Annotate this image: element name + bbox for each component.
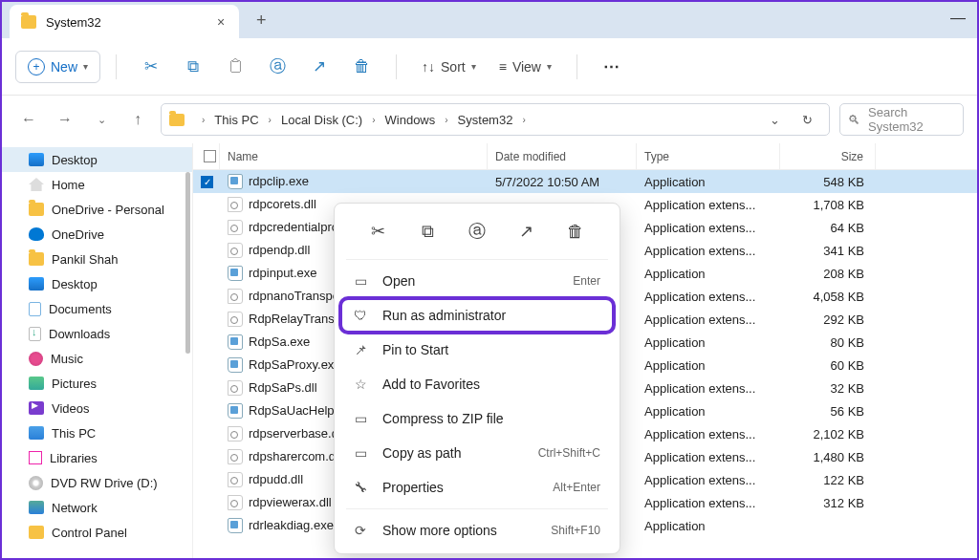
dll-icon [228, 380, 243, 396]
sidebar-item-home[interactable]: Home [2, 172, 192, 197]
pc-icon [29, 426, 44, 440]
crumb-windows[interactable]: Windows [385, 113, 436, 127]
minimize-button[interactable]: — [950, 10, 966, 27]
titlebar: System32 × + — [2, 2, 977, 38]
ctx-open[interactable]: ▭OpenEnter [340, 264, 614, 298]
delete-icon[interactable]: 🗑︎ [559, 215, 592, 248]
exe-icon [228, 403, 243, 419]
cut-icon[interactable]: ✂ [132, 48, 170, 86]
crumb-system32[interactable]: System32 [458, 113, 513, 127]
col-size[interactable]: Size [780, 143, 876, 169]
back-button[interactable]: ← [15, 106, 42, 133]
download-icon [29, 327, 41, 341]
share-icon[interactable]: ↗ [300, 48, 338, 86]
file-size: 64 KB [780, 221, 876, 235]
sidebar-item-desktop[interactable]: Desktop [2, 271, 192, 296]
sidebar-item-pictures[interactable]: Pictures [2, 371, 192, 396]
chevron-right-icon: › [196, 115, 210, 125]
crumb-localdisk[interactable]: Local Disk (C:) [281, 113, 362, 127]
sidebar-item-videos[interactable]: Videos [2, 396, 192, 420]
refresh-button[interactable]: ↻ [793, 113, 821, 127]
search-placeholder: Search System32 [868, 105, 955, 134]
ctx-add-to-favorites[interactable]: ☆Add to Favorites [340, 367, 614, 401]
file-row[interactable]: ✓ rdpclip.exe 5/7/2022 10:50 AM Applicat… [193, 170, 977, 193]
sidebar-item-this-pc[interactable]: This PC [2, 420, 192, 445]
ctx-pin-to-start[interactable]: 📌︎Pin to Start [340, 333, 614, 367]
shortcut-label: Shift+F10 [551, 524, 600, 537]
sidebar-item-desktop[interactable]: Desktop [2, 147, 192, 172]
net-icon [29, 501, 44, 514]
sidebar-item-network[interactable]: Network [2, 495, 192, 520]
sidebar-item-label: Control Panel [52, 526, 127, 540]
search-input[interactable]: 🔍︎ Search System32 [839, 103, 964, 136]
sidebar-item-dvd-rw-drive-d-[interactable]: DVD RW Drive (D:) [2, 470, 192, 495]
file-type: Application extens... [637, 290, 780, 304]
rename-icon[interactable]: ⓐ [258, 48, 296, 86]
ctx-compress-to-zip-file[interactable]: ▭Compress to ZIP file [340, 401, 614, 436]
sort-button[interactable]: ↑↓ Sort ▾ [412, 48, 486, 86]
file-size: 122 KB [780, 473, 876, 487]
addressbar[interactable]: › This PC › Local Disk (C:) › Windows › … [161, 103, 830, 136]
col-date[interactable]: Date modified [488, 143, 637, 169]
dll-icon [228, 426, 243, 442]
exe-icon [228, 174, 243, 189]
col-name[interactable]: Name [220, 143, 488, 169]
close-icon[interactable]: × [214, 15, 228, 29]
copy-icon[interactable]: ⧉ [411, 215, 444, 248]
path-icon: ▭ [352, 444, 369, 462]
dll-icon [228, 472, 243, 487]
file-type: Application [637, 519, 780, 533]
sidebar-item-onedrive-personal[interactable]: OneDrive - Personal [2, 197, 192, 222]
more-icon[interactable]: ⋯ [593, 48, 631, 86]
sidebar-item-pankil-shah[interactable]: Pankil Shah [2, 247, 192, 271]
col-checkbox[interactable] [193, 143, 220, 169]
copy-icon[interactable]: ⧉ [174, 48, 212, 86]
sidebar-item-control-panel[interactable]: Control Panel [2, 520, 192, 545]
dll-icon [228, 197, 243, 212]
ctx-item-label: Compress to ZIP file [382, 411, 504, 426]
file-type: Application extens... [637, 496, 780, 510]
view-label: View [512, 59, 541, 75]
delete-icon[interactable]: 🗑︎ [342, 48, 381, 86]
sidebar-item-onedrive[interactable]: OneDrive [2, 222, 192, 247]
sidebar-item-label: Pictures [52, 377, 97, 391]
new-label: New [51, 59, 77, 75]
shield-icon: 🛡 [352, 307, 369, 324]
chevron-right-icon: › [439, 115, 453, 125]
file-size: 56 KB [780, 404, 876, 419]
share-icon[interactable]: ↗ [511, 215, 543, 248]
open-icon: ▭ [352, 272, 369, 290]
view-icon: ≡ [499, 59, 507, 75]
paste-icon[interactable]: 📋︎ [216, 48, 254, 86]
dvd-icon [29, 476, 43, 490]
sidebar-item-label: This PC [52, 426, 96, 441]
sidebar-item-documents[interactable]: Documents [2, 296, 192, 321]
col-type[interactable]: Type [637, 143, 780, 169]
cut-icon[interactable]: ✂ [362, 215, 395, 248]
forward-button[interactable]: → [52, 106, 78, 133]
chevron-down-icon[interactable]: ⌄ [760, 113, 789, 127]
up-button[interactable]: ↑ [124, 106, 151, 133]
sidebar-item-downloads[interactable]: Downloads [2, 321, 192, 346]
recent-button[interactable]: ⌄ [88, 106, 115, 133]
ctx-properties[interactable]: 🔧︎PropertiesAlt+Enter [340, 470, 614, 505]
sort-label: Sort [441, 59, 466, 75]
view-button[interactable]: ≡ View ▾ [490, 48, 561, 86]
new-tab-button[interactable]: + [256, 11, 267, 31]
tab-system32[interactable]: System32 × [10, 5, 239, 39]
ctx-copy-as-path[interactable]: ▭Copy as pathCtrl+Shift+C [340, 436, 614, 470]
chevron-down-icon: ▾ [83, 61, 88, 72]
sidebar-item-libraries[interactable]: Libraries [2, 445, 192, 470]
dll-icon [228, 312, 243, 327]
file-size: 1,480 KB [780, 450, 876, 464]
rename-icon[interactable]: ⓐ [461, 215, 493, 248]
ctx-show-more-options[interactable]: ⟳Show more optionsShift+F10 [340, 513, 614, 548]
sidebar-item-music[interactable]: Music [2, 346, 192, 371]
file-size: 292 KB [780, 312, 876, 327]
ctx-run-as-administrator[interactable]: 🛡Run as administrator [340, 298, 614, 333]
new-button[interactable]: + New ▾ [15, 51, 100, 83]
crumb-thispc[interactable]: This PC [214, 113, 258, 127]
toolbar: + New ▾ ✂ ⧉ 📋︎ ⓐ ↗ 🗑︎ ↑↓ Sort ▾ ≡ View ▾… [2, 38, 977, 96]
folder-icon [29, 203, 44, 216]
chevron-right-icon: › [516, 115, 531, 125]
